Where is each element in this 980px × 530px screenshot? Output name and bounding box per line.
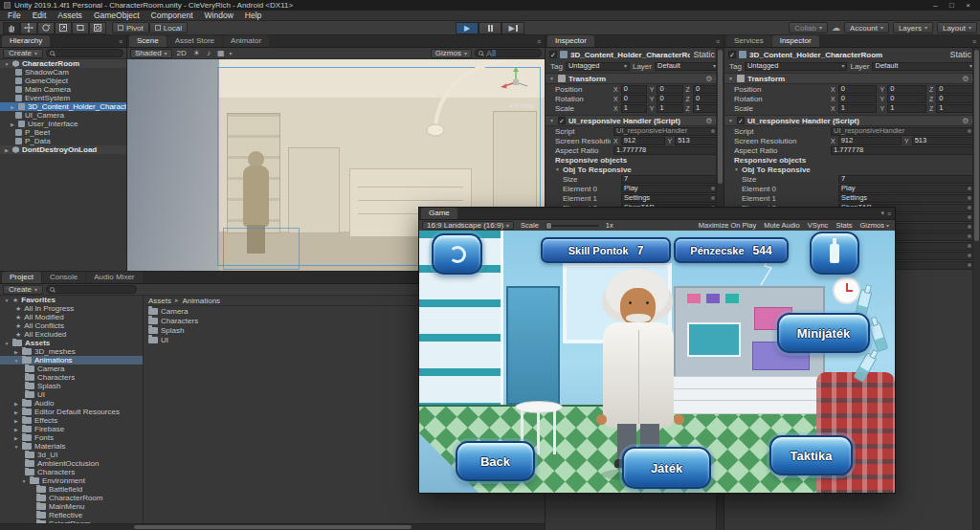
tree-item-firebase[interactable]: ▶Firebase — [0, 425, 143, 433]
maximize-button[interactable]: □ — [944, 1, 960, 10]
position-y-field[interactable]: 0 — [657, 85, 682, 94]
step-button[interactable]: ▶ — [501, 22, 524, 34]
hierarchy-item-gameobject[interactable]: GameObject — [0, 77, 126, 85]
play-game-button[interactable]: Játék — [622, 447, 711, 489]
hierarchy-create-button[interactable]: Create▾ — [3, 49, 43, 58]
scene-search-input[interactable]: All — [475, 49, 542, 57]
aspect-ratio-field[interactable]: 1.777778 — [613, 146, 719, 155]
menu-component[interactable]: Component — [145, 11, 199, 20]
tree-item-materials[interactable]: ▼Materials — [0, 442, 143, 451]
menu-edit[interactable]: Edit — [27, 11, 53, 20]
rotation-y-field[interactable]: 0 — [657, 95, 682, 103]
lighting-toggle-icon[interactable]: ☀ — [191, 49, 202, 57]
maximize-on-play-toggle[interactable]: Maximize On Play — [696, 221, 759, 230]
resolution-x-field[interactable]: 912 — [838, 137, 902, 145]
script-field[interactable]: UI_responsiveHandler — [831, 127, 975, 136]
tree-item-splash[interactable]: Splash — [0, 382, 143, 390]
horizontal-scrollbar[interactable] — [0, 523, 545, 530]
active-checkbox[interactable]: ✓ — [549, 51, 557, 58]
scale-y-field[interactable]: 1 — [657, 104, 682, 113]
resolution-y-field[interactable]: 513 — [912, 137, 975, 145]
layout-dropdown[interactable]: Layout▾ — [937, 22, 977, 33]
size-field[interactable]: 7 — [838, 175, 975, 184]
game-window[interactable]: Game ▾≡ 16:9 Landscape (16:9)▾ Scale 1x … — [418, 207, 896, 494]
resolution-x-field[interactable]: 912 — [621, 137, 665, 145]
tree-item-camera[interactable]: Camera — [0, 364, 143, 373]
tree-item-animations[interactable]: ▼Animations — [0, 356, 143, 364]
size-field[interactable]: 7 — [621, 175, 719, 184]
tab-hierarchy[interactable]: Hierarchy — [2, 35, 50, 47]
pivot-toggle-button[interactable]: Pivot — [112, 22, 149, 33]
hierarchy-item-main-camera[interactable]: Main Camera — [0, 85, 126, 94]
rect-tool-icon[interactable] — [72, 22, 89, 34]
aspect-ratio-field[interactable]: 1.777778 — [831, 146, 975, 155]
tab-animator[interactable]: Animator — [223, 35, 269, 47]
favorite-item[interactable]: ★All In Progress — [0, 304, 143, 313]
tab-asset-store[interactable]: Asset Store — [167, 35, 222, 47]
favorites-section[interactable]: ▼★Favorites — [0, 296, 143, 304]
script-component-header[interactable]: ▼ ✓ UI_responsive Handler (Script) ⚙≡ — [546, 115, 724, 126]
tree-item-characters[interactable]: Characters — [0, 373, 143, 382]
layers-dropdown[interactable]: Layers▾ — [893, 22, 933, 33]
hierarchy-item-eventsystem[interactable]: EventSystem — [0, 94, 126, 102]
position-x-field[interactable]: 0 — [621, 85, 647, 94]
scale-z-field[interactable]: 1 — [693, 104, 719, 113]
tab-console[interactable]: Console — [42, 272, 85, 283]
scale-y-field[interactable]: 1 — [887, 104, 926, 113]
tree-item-audio[interactable]: ▶Audio — [0, 399, 143, 408]
menu-assets[interactable]: Assets — [52, 11, 88, 20]
active-checkbox[interactable]: ✓ — [728, 51, 736, 58]
slider-thumb[interactable] — [546, 222, 552, 230]
gizmos-dropdown[interactable]: Gizmos▾ — [431, 49, 472, 58]
project-search-input[interactable] — [46, 285, 137, 294]
panel-menu-icon[interactable]: ≡ — [537, 38, 541, 45]
gizmos-dropdown[interactable]: Gizmos ▾ — [857, 221, 892, 230]
scale-x-field[interactable]: 1 — [838, 104, 878, 113]
gear-icon[interactable]: ⚙ — [705, 117, 712, 125]
tactics-button[interactable]: Taktika — [769, 435, 853, 475]
minigame-button[interactable]: Minijáték — [777, 313, 870, 353]
tree-item-environment[interactable]: ▼Environment — [0, 476, 143, 485]
hierarchy-item-shadowcam[interactable]: ShadowCam — [0, 68, 126, 77]
obj-to-responsive-foldout[interactable]: ▼Obj To Responsive — [724, 165, 980, 174]
stats-toggle[interactable]: Stats — [833, 221, 855, 230]
hierarchy-item-user-interface[interactable]: ▶User_Interface — [0, 120, 126, 128]
element-1-field[interactable]: Settings — [621, 194, 719, 203]
panel-menu-icon[interactable]: ≡ — [716, 38, 720, 45]
favorite-item[interactable]: ★All Excluded — [0, 330, 143, 339]
shading-mode-dropdown[interactable]: Shaded▾ — [130, 49, 172, 58]
menu-gameobject[interactable]: GameObject — [88, 11, 145, 20]
tag-dropdown[interactable]: Untagged▾ — [745, 62, 848, 71]
collapse-icon[interactable]: ▶ — [10, 121, 15, 127]
tree-item-effects[interactable]: ▶Effects — [0, 416, 143, 425]
tab-inspector[interactable]: Inspector — [547, 35, 594, 47]
tree-item-ambientocclusion[interactable]: AmbientOcclusion — [0, 459, 143, 468]
vsync-toggle[interactable]: VSync — [805, 221, 832, 230]
back-button[interactable]: Back — [456, 441, 535, 481]
tab-scene[interactable]: Scene — [129, 35, 167, 47]
scrollbar-thumb[interactable] — [974, 50, 979, 241]
menu-help[interactable]: Help — [239, 11, 267, 20]
project-create-button[interactable]: Create▾ — [3, 285, 43, 295]
tree-item-mainmenu[interactable]: MainMenu — [0, 502, 143, 511]
tree-item-fonts[interactable]: ▶Fonts — [0, 433, 143, 442]
local-toggle-button[interactable]: Local — [149, 22, 188, 33]
script-enabled-checkbox[interactable]: ✓ — [558, 117, 566, 124]
position-x-field[interactable]: 0 — [838, 85, 878, 94]
element-0-field[interactable]: Play — [621, 185, 719, 193]
tree-item-ui[interactable]: UI — [0, 390, 143, 399]
sound-button[interactable] — [432, 233, 482, 275]
hierarchy-item-p-data[interactable]: P_Data — [0, 137, 126, 145]
script-component-header[interactable]: ▼ ✓ UI_responsive Handler (Script) ⚙≡ — [724, 115, 980, 126]
tab-game[interactable]: Game — [421, 208, 457, 219]
rotation-x-field[interactable]: 0 — [621, 95, 647, 103]
transform-component-header[interactable]: ▼ Transform ⚙≡ — [724, 73, 980, 84]
tag-dropdown[interactable]: Untagged▾ — [566, 62, 630, 71]
gear-icon[interactable]: ⚙ — [962, 117, 969, 125]
layer-dropdown[interactable]: Default▾ — [655, 62, 719, 71]
tab-services[interactable]: Services — [726, 35, 771, 47]
mute-audio-toggle[interactable]: Mute Audio — [761, 221, 803, 230]
menu-window[interactable]: Window — [199, 11, 239, 20]
collab-dropdown[interactable]: Collab▾ — [789, 22, 828, 33]
scrollbar-thumb[interactable] — [718, 50, 723, 184]
